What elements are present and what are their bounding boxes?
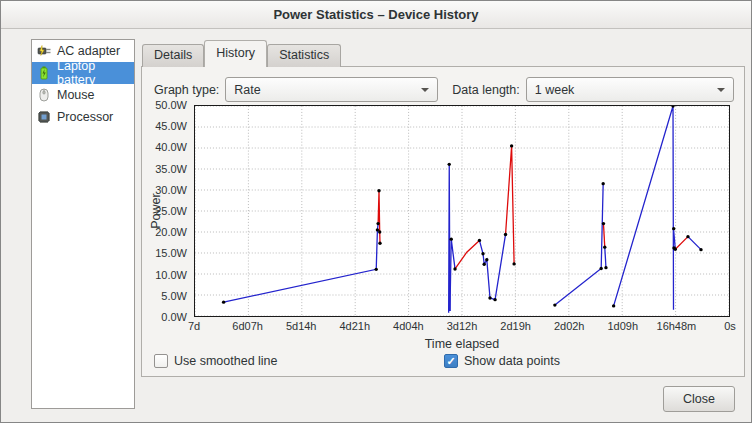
graph-type-label: Graph type:	[154, 83, 219, 97]
sidebar-item-label: Mouse	[57, 88, 95, 102]
sidebar-item-label: AC adapter	[57, 44, 120, 58]
y-tick-label: 20.0W	[155, 226, 187, 238]
y-tick-label: 40.0W	[155, 141, 187, 153]
window-title: Power Statistics – Device History	[273, 7, 478, 22]
device-list: AC adapter Laptop battery Mouse	[31, 39, 135, 409]
chart-options: Use smoothed line ✓ Show data points	[154, 354, 732, 372]
show-points-option: ✓ Show data points	[444, 354, 560, 368]
titlebar[interactable]: Power Statistics – Device History	[1, 1, 751, 29]
y-tick-label: 10.0W	[155, 269, 187, 281]
y-tick-label: 5.0W	[161, 290, 187, 302]
tab-history[interactable]: History	[204, 40, 267, 67]
tab-statistics[interactable]: Statistics	[267, 44, 341, 67]
x-tick-label: 2d19h	[500, 320, 531, 332]
data-length-dropdown[interactable]: 1 week	[526, 77, 734, 102]
x-tick-label: 1d09h	[608, 320, 639, 332]
data-length-label: Data length:	[452, 83, 519, 97]
y-tick-label: 50.0W	[155, 99, 187, 111]
show-points-label: Show data points	[464, 354, 560, 368]
y-tick-label: 15.0W	[155, 247, 187, 259]
history-chart	[194, 105, 730, 317]
power-statistics-window: Power Statistics – Device History AC ada…	[0, 0, 752, 423]
smoothed-line-label: Use smoothed line	[174, 354, 278, 368]
processor-icon	[36, 109, 52, 125]
x-tick-label: 7d	[188, 320, 200, 332]
x-tick-label: 5d14h	[286, 320, 317, 332]
smoothed-line-checkbox[interactable]	[154, 354, 168, 368]
y-axis-ticks: 50.0W 45.0W 40.0W 35.0W 30.0W 25.0W 20.0…	[142, 105, 190, 317]
chevron-down-icon	[421, 88, 429, 92]
sidebar-item-label: Laptop battery	[57, 59, 130, 87]
x-axis-title: Time elapsed	[194, 337, 730, 351]
y-tick-label: 30.0W	[155, 184, 187, 196]
ac-adapter-icon	[36, 43, 52, 59]
chart-controls: Graph type: Rate Data length: 1 week	[154, 77, 734, 102]
y-tick-label: 35.0W	[155, 163, 187, 175]
close-button[interactable]: Close	[663, 386, 735, 412]
show-points-checkbox[interactable]: ✓	[444, 354, 458, 368]
mouse-icon	[36, 87, 52, 103]
x-tick-label: 4d21h	[340, 320, 371, 332]
x-tick-label: 4d04h	[393, 320, 424, 332]
sidebar-item-processor[interactable]: Processor	[32, 106, 134, 128]
data-length-value: 1 week	[535, 83, 709, 97]
chart-canvas	[195, 106, 729, 316]
battery-icon	[36, 65, 52, 81]
y-tick-label: 25.0W	[155, 205, 187, 217]
sidebar-item-laptop-battery[interactable]: Laptop battery	[32, 62, 134, 84]
x-tick-label: 16h48m	[657, 320, 697, 332]
x-axis-ticks: 7d 6d07h 5d14h 4d21h 4d04h 3d12h 2d19h 2…	[194, 320, 730, 334]
graph-type-dropdown[interactable]: Rate	[225, 77, 438, 102]
y-tick-label: 0.0W	[161, 311, 187, 323]
tab-details[interactable]: Details	[142, 44, 204, 67]
history-panel: Graph type: Rate Data length: 1 week Pow…	[141, 66, 745, 377]
graph-type-value: Rate	[234, 83, 413, 97]
smoothed-line-option: Use smoothed line	[154, 354, 278, 368]
sidebar-item-label: Processor	[57, 110, 113, 124]
x-tick-label: 3d12h	[447, 320, 478, 332]
x-tick-label: 6d07h	[232, 320, 263, 332]
x-tick-label: 0s	[724, 320, 736, 332]
y-tick-label: 45.0W	[155, 120, 187, 132]
chevron-down-icon	[717, 88, 725, 92]
sidebar-item-mouse[interactable]: Mouse	[32, 84, 134, 106]
notebook-tabs: Details History Statistics	[142, 41, 341, 67]
x-tick-label: 2d02h	[554, 320, 585, 332]
